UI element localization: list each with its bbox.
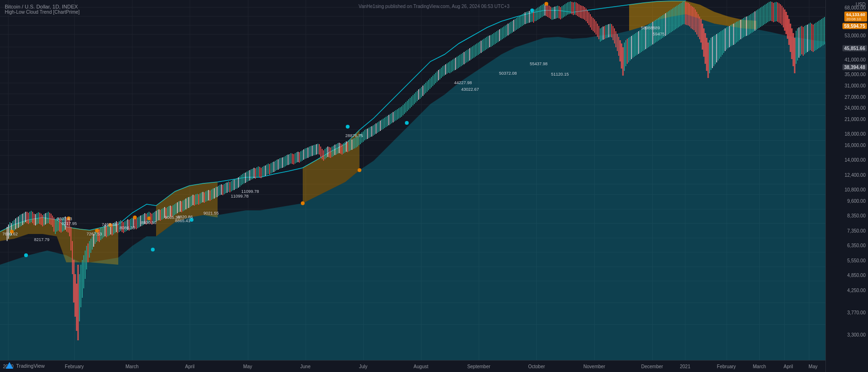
- svg-text:7267.53: 7267.53: [87, 232, 102, 236]
- chart-title-line1: Bitcoin / U.S. Dollar, 1D, INDEX: [5, 4, 79, 9]
- svg-text:43022.67: 43022.67: [461, 87, 479, 92]
- x-label-sep: September: [467, 364, 491, 369]
- price-3770: 3,770.00: [847, 310, 866, 315]
- price-7350: 7,350.00: [847, 228, 866, 233]
- price-badge-59594: 59,594.75: [842, 23, 868, 29]
- svg-point-592: [147, 216, 151, 220]
- svg-point-619: [530, 9, 534, 12]
- svg-point-591: [133, 216, 137, 219]
- svg-text:59475: 59475: [653, 32, 665, 36]
- svg-text:58988889: 58988889: [641, 26, 660, 30]
- svg-text:8820.86: 8820.86: [177, 215, 193, 219]
- price-4250: 4,250.00: [847, 287, 866, 293]
- svg-text:9307.43: 9307.43: [57, 216, 72, 221]
- svg-text:11099.78: 11099.78: [231, 194, 249, 199]
- price-14000: 14,000.00: [845, 157, 866, 163]
- price-6350: 6,350.00: [847, 243, 866, 248]
- svg-point-595: [544, 2, 548, 6]
- svg-point-583: [24, 253, 28, 257]
- svg-text:50372.08: 50372.08: [499, 71, 517, 76]
- svg-text:11099.78: 11099.78: [241, 189, 259, 194]
- svg-point-593: [301, 201, 305, 205]
- x-label-may: May: [243, 364, 252, 369]
- price-16000: 16,000.00: [845, 142, 866, 147]
- price-35000: 35,000.00: [845, 72, 866, 77]
- price-scale: USD 64,133.60 20:06:10 59,594.75 45,851.…: [825, 0, 868, 372]
- svg-text:7690.62: 7690.62: [2, 232, 18, 236]
- x-label-dec: December: [641, 364, 663, 369]
- svg-marker-1: [0, 14, 825, 360]
- svg-marker-620: [6, 362, 13, 369]
- tradingview-text: TradingView: [16, 363, 45, 369]
- price-4850: 4,850.00: [847, 273, 866, 278]
- x-label-mar: March: [125, 364, 139, 369]
- price-badge-38394: 38,394.48: [842, 64, 868, 70]
- x-label-apr: April: [185, 364, 194, 369]
- x-label-2021: 2021: [680, 364, 690, 369]
- x-label-apr2: April: [783, 364, 793, 369]
- x-label-aug: August: [413, 364, 428, 369]
- price-badge-45851: 45,851.66: [842, 45, 868, 52]
- svg-point-584: [151, 248, 155, 251]
- tradingview-logo: TradingView: [5, 361, 45, 371]
- svg-text:51120.15: 51120.15: [551, 72, 569, 77]
- tradingview-icon: [5, 361, 14, 371]
- publisher-info: VanHe1sing published on TradingView.com,…: [359, 4, 509, 9]
- x-label-jul: July: [359, 364, 368, 369]
- x-label-oct: October: [528, 364, 545, 369]
- price-8350: 8,350.00: [847, 213, 866, 218]
- svg-point-586: [405, 121, 409, 125]
- svg-text:8086.30: 8086.30: [120, 225, 135, 230]
- x-label-nov: November: [583, 364, 605, 369]
- chart-container: Bitcoin / U.S. Dollar, 1D, INDEX High-Lo…: [0, 0, 868, 372]
- price-18000: 18,000.00: [845, 131, 866, 137]
- svg-text:8800.50: 8800.50: [141, 220, 157, 225]
- svg-text:9217.95: 9217.95: [61, 221, 77, 226]
- x-label-mar2: March: [753, 364, 766, 369]
- svg-point-594: [358, 168, 361, 172]
- chart-title-line2: High-Low Cloud Trend [ChartPrime]: [5, 9, 79, 15]
- svg-point-618: [346, 125, 350, 129]
- price-21000: 21,000.00: [845, 116, 866, 121]
- x-label-may2: May: [808, 364, 817, 369]
- price-3300: 3,300.00: [847, 332, 866, 337]
- chart-area: 7690.62 8217.79 9307.43 9217.95 7267.53 …: [0, 0, 825, 360]
- price-53000: 53,000.00: [845, 33, 866, 38]
- svg-text:44227.98: 44227.98: [454, 80, 472, 85]
- x-label-feb: February: [65, 364, 84, 369]
- svg-text:9021.55: 9021.55: [203, 211, 219, 216]
- chart-header: Bitcoin / U.S. Dollar, 1D, INDEX High-Lo…: [5, 4, 79, 15]
- svg-text:55437.98: 55437.98: [530, 61, 548, 66]
- svg-text:7469.58: 7469.58: [102, 222, 117, 227]
- price-9600: 9,600.00: [847, 198, 866, 203]
- price-12400: 12,400.00: [845, 172, 866, 177]
- x-label-jun: June: [300, 364, 311, 369]
- price-chart-svg: 7690.62 8217.79 9307.43 9217.95 7267.53 …: [0, 0, 825, 360]
- x-axis: 2020 February March April May June July …: [0, 360, 825, 372]
- svg-text:8217.79: 8217.79: [34, 237, 50, 242]
- price-10800: 10,800.00: [845, 187, 866, 192]
- price-5550: 5,550.00: [847, 258, 866, 263]
- svg-text:28876.75: 28876.75: [345, 133, 363, 138]
- price-27000: 27,000.00: [845, 94, 866, 99]
- price-badge-64133: 64,133.60 20:06:10: [844, 12, 867, 22]
- price-41000: 41,000.00: [845, 57, 866, 62]
- price-31000: 31,000.00: [845, 83, 866, 88]
- price-24000: 24,000.00: [845, 105, 866, 111]
- x-label-feb2: February: [717, 364, 736, 369]
- price-68000: 68,000.00: [845, 5, 866, 10]
